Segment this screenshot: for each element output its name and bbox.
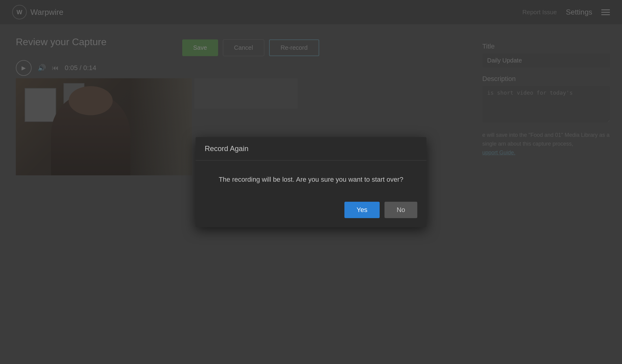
modal-dialog: Record Again The recording will be lost.…	[196, 137, 426, 227]
modal-body: The recording will be lost. Are you sure…	[196, 160, 426, 196]
no-button[interactable]: No	[384, 202, 417, 218]
yes-button[interactable]: Yes	[344, 202, 380, 218]
modal-title: Record Again	[205, 144, 248, 153]
modal-footer: Yes No	[196, 196, 426, 227]
modal-overlay: Record Again The recording will be lost.…	[0, 0, 622, 364]
modal-header: Record Again	[196, 137, 426, 160]
modal-message: The recording will be lost. Are you sure…	[205, 176, 417, 184]
